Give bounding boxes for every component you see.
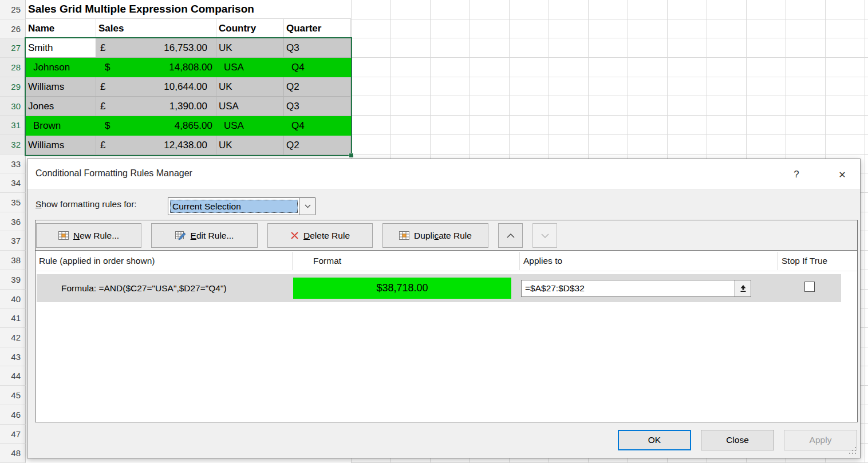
column-divider — [519, 252, 520, 270]
close-icon[interactable]: ✕ — [834, 166, 851, 183]
table-cell[interactable]: UK — [216, 38, 284, 58]
table-row: Smith£16,753.00UKQ3 — [26, 38, 351, 58]
table-grid-icon — [58, 231, 69, 240]
edit-rule-button[interactable]: Edit Rule... — [151, 223, 258, 248]
table-cell[interactable]: Q4 — [284, 116, 351, 136]
stop-column-header: Stop If True — [782, 251, 827, 271]
help-icon[interactable]: ? — [788, 166, 805, 183]
table-cell[interactable]: Jones — [26, 97, 96, 116]
rules-toolbar: New Rule... Edit Rule... — [35, 220, 857, 251]
table-cell[interactable]: Williams — [26, 136, 96, 155]
row-header[interactable]: 41 — [0, 308, 26, 328]
table-body: Smith£16,753.00UKQ3Johnson$14,808.00USAQ… — [26, 38, 351, 155]
table-cell[interactable]: £10,644.00 — [96, 77, 216, 97]
row-header[interactable]: 38 — [0, 251, 26, 270]
column-header-name[interactable]: Name — [26, 19, 96, 38]
table-cell[interactable]: Smith — [26, 38, 96, 58]
rule-list-row[interactable]: Formula: =AND($C27="USA",$D27="Q4") $38,… — [37, 274, 841, 302]
table-grid-icon — [399, 231, 409, 240]
row-header[interactable]: 29 — [0, 77, 26, 97]
table-cell[interactable]: Williams — [26, 77, 96, 97]
sheet-title-cell[interactable]: Sales Grid Multiple Expression Compariso… — [26, 0, 351, 19]
chevron-up-icon — [507, 234, 515, 238]
row-header[interactable]: 47 — [0, 425, 26, 444]
row-header[interactable]: 48 — [0, 444, 26, 463]
table-cell[interactable]: $4,865.00 — [96, 116, 216, 136]
conditional-formatting-rules-manager-dialog: Conditional Formatting Rules Manager ? ✕… — [27, 159, 861, 458]
ok-button[interactable]: OK — [618, 430, 691, 450]
red-x-icon — [290, 231, 299, 240]
column-divider — [777, 252, 778, 270]
table-cell[interactable]: £12,438.00 — [96, 136, 216, 155]
column-header-country[interactable]: Country — [216, 19, 284, 38]
table-header-row: Name Sales Country Quarter — [26, 19, 351, 38]
row-header[interactable]: 34 — [0, 173, 26, 193]
table-row: Williams£10,644.00UKQ2 — [26, 77, 351, 97]
row-header[interactable]: 33 — [0, 155, 26, 173]
row-header[interactable]: 40 — [0, 290, 26, 308]
rule-column-header: Rule (applied in order shown) — [39, 251, 155, 271]
table-row: Johnson$14,808.00USAQ4 — [26, 58, 351, 77]
format-column-header: Format — [313, 251, 341, 271]
row-header[interactable]: 45 — [0, 386, 26, 405]
applies-to-field[interactable]: =$A$27:$D$32 — [521, 280, 751, 297]
table-cell[interactable]: Q2 — [284, 136, 351, 155]
show-rules-selected-value: Current Selection — [170, 200, 298, 213]
row-header[interactable]: 44 — [0, 366, 26, 386]
row-header[interactable]: 27 — [0, 38, 26, 58]
chevron-down-icon — [541, 234, 549, 238]
apply-button: Apply — [784, 430, 857, 450]
collapse-dialog-icon[interactable] — [735, 280, 751, 296]
table-cell[interactable]: $14,808.00 — [96, 58, 216, 77]
duplicate-rule-button[interactable]: Duplicate Rule — [382, 223, 488, 248]
table-cell[interactable]: USA — [216, 116, 284, 136]
row-header[interactable]: 36 — [0, 212, 26, 231]
resize-grip[interactable] — [855, 453, 856, 454]
table-pencil-icon — [175, 231, 186, 240]
table-cell[interactable]: Q2 — [284, 77, 351, 97]
edit-rule-label: Edit Rule... — [191, 231, 234, 241]
row-header-column: 2526272829303132333435363738394041424344… — [0, 0, 26, 463]
move-rule-down-button[interactable] — [532, 223, 557, 248]
move-rule-up-button[interactable] — [498, 223, 523, 248]
row-header[interactable]: 39 — [0, 270, 26, 290]
delete-rule-button[interactable]: Delete Rule — [267, 223, 373, 248]
table-cell[interactable]: Brown — [26, 116, 96, 136]
table-cell[interactable]: Q3 — [284, 97, 351, 116]
rule-format-preview: $38,718.00 — [293, 278, 511, 299]
column-header-sales[interactable]: Sales — [96, 19, 216, 38]
row-header[interactable]: 25 — [0, 0, 26, 19]
row-header[interactable]: 46 — [0, 405, 26, 425]
excel-workbook-view: 2526272829303132333435363738394041424344… — [0, 0, 868, 463]
table-cell[interactable]: £1,390.00 — [96, 97, 216, 116]
row-header[interactable]: 32 — [0, 135, 26, 155]
new-rule-label: New Rule... — [73, 231, 119, 241]
column-header-quarter[interactable]: Quarter — [284, 19, 351, 38]
row-header[interactable]: 37 — [0, 231, 26, 251]
table-cell[interactable]: UK — [216, 136, 284, 155]
table-cell[interactable]: Johnson — [26, 58, 96, 77]
close-button[interactable]: Close — [701, 430, 774, 450]
dialog-titlebar[interactable]: Conditional Formatting Rules Manager ? ✕ — [27, 159, 860, 189]
row-header[interactable]: 30 — [0, 97, 26, 116]
table-cell[interactable]: £16,753.00 — [96, 38, 216, 58]
new-rule-button[interactable]: New Rule... — [36, 223, 141, 248]
table-cell[interactable]: Q3 — [284, 38, 351, 58]
row-header[interactable]: 31 — [0, 116, 26, 135]
table-cell[interactable]: USA — [216, 58, 284, 77]
stop-if-true-checkbox[interactable] — [804, 282, 815, 292]
table-row: Williams£12,438.00UKQ2 — [26, 136, 351, 155]
row-header[interactable]: 26 — [0, 19, 26, 38]
chevron-down-icon[interactable] — [299, 198, 315, 215]
show-rules-dropdown[interactable]: Current Selection — [168, 197, 315, 215]
duplicate-rule-label: Duplicate Rule — [414, 231, 472, 241]
row-header[interactable]: 35 — [0, 193, 26, 212]
row-header[interactable]: 43 — [0, 347, 26, 366]
table-row: Brown$4,865.00USAQ4 — [26, 116, 351, 136]
column-divider — [292, 252, 293, 270]
table-cell[interactable]: USA — [216, 97, 284, 116]
table-cell[interactable]: UK — [216, 77, 284, 97]
table-cell[interactable]: Q4 — [284, 58, 351, 77]
row-header[interactable]: 42 — [0, 328, 26, 347]
row-header[interactable]: 28 — [0, 58, 26, 77]
